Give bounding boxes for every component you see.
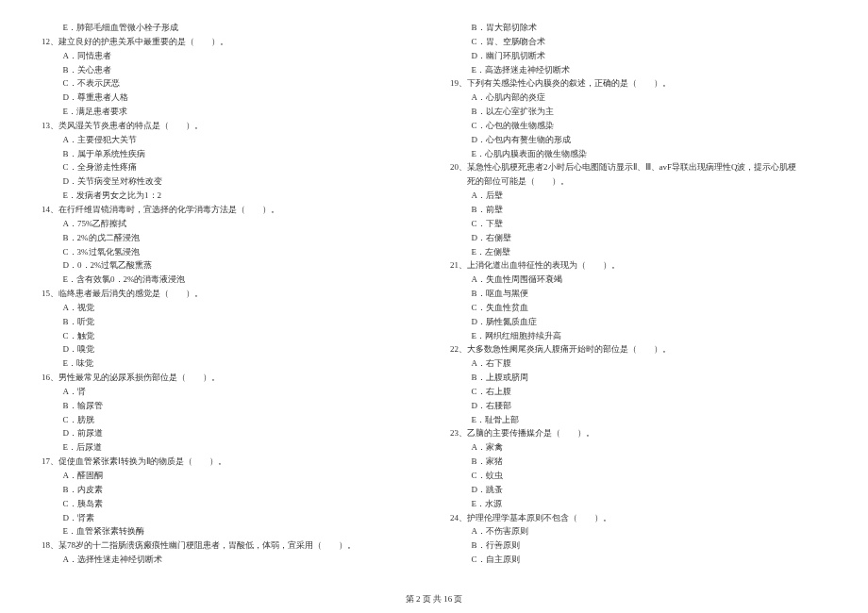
option-text: 尊重患者人格 bbox=[77, 92, 128, 102]
option-line: B．前壁 bbox=[450, 203, 826, 217]
option-line: E．满足患者要求 bbox=[42, 105, 418, 119]
option-text: 属于单系统性疾病 bbox=[77, 149, 145, 158]
option-text: 以左心室扩张为主 bbox=[486, 107, 554, 116]
question-line: 13、类风湿关节炎患者的特点是（ ）。 bbox=[42, 119, 418, 133]
option-text: 上腹或脐周 bbox=[486, 373, 528, 382]
option-line: A．75%乙醇擦拭 bbox=[42, 217, 418, 231]
option-label: B． bbox=[63, 401, 77, 410]
option-text: 自主原则 bbox=[486, 555, 520, 564]
question-number: 16、 bbox=[42, 373, 58, 382]
option-text: 选择性迷走神经切断术 bbox=[77, 555, 162, 564]
option-line: A．选择性迷走神经切断术 bbox=[42, 553, 418, 567]
option-text: 75%乙醇擦拭 bbox=[77, 219, 127, 228]
option-label: D． bbox=[63, 176, 78, 186]
option-line: C．全身游走性疼痛 bbox=[42, 160, 418, 174]
question-text: 促使血管紧张素Ⅰ转换为Ⅱ的物质是（ ）。 bbox=[58, 456, 226, 466]
option-text: 发病者男女之比为1：2 bbox=[76, 191, 161, 200]
option-label: C． bbox=[472, 219, 486, 228]
option-text: 肾素 bbox=[77, 513, 94, 522]
option-label: E． bbox=[63, 107, 77, 116]
option-label: A． bbox=[63, 387, 78, 396]
option-line: D．右腰部 bbox=[450, 399, 826, 413]
option-line: B．属于单系统性疾病 bbox=[42, 147, 418, 161]
option-text: 输尿管 bbox=[77, 401, 103, 410]
option-label: A． bbox=[63, 135, 78, 144]
option-label: C． bbox=[63, 415, 77, 424]
option-text: 网织红细胞持续升高 bbox=[485, 331, 561, 340]
question-line: 22、大多数急性阑尾炎病人腹痛开始时的部位是（ ）。 bbox=[450, 342, 826, 356]
option-text: 后壁 bbox=[486, 191, 503, 200]
option-text: 同情患者 bbox=[77, 51, 111, 60]
option-label: C． bbox=[472, 303, 486, 312]
option-label: B． bbox=[472, 456, 486, 466]
option-line: C．不表示厌恶 bbox=[42, 76, 418, 91]
option-label: C． bbox=[472, 387, 486, 396]
option-line: A．右下腹 bbox=[450, 356, 826, 371]
option-line: A．心肌内部的炎症 bbox=[450, 91, 826, 105]
option-label: D． bbox=[63, 428, 78, 438]
question-line: 15、临终患者最后消失的感觉是（ ）。 bbox=[42, 287, 418, 301]
option-text: 胃、空肠吻合术 bbox=[486, 37, 545, 46]
left-column: E．肺部毛细血管微小栓子形成12、建立良好的护患关系中最重要的是（ ）。A．同情… bbox=[42, 21, 418, 568]
option-line: B．关心患者 bbox=[42, 63, 418, 77]
option-text: 前尿道 bbox=[77, 428, 103, 438]
option-line: D．幽门环肌切断术 bbox=[450, 49, 826, 63]
question-text: 临终患者最后消失的感觉是（ ）。 bbox=[58, 289, 203, 298]
option-label: D． bbox=[63, 513, 78, 522]
option-line: C．触觉 bbox=[42, 329, 418, 343]
option-line: D．尊重患者人格 bbox=[42, 91, 418, 105]
question-line: 21、上消化道出血特征性的表现为（ ）。 bbox=[450, 258, 826, 273]
option-text: 蚊虫 bbox=[486, 471, 503, 480]
option-line: E．网织红细胞持续升高 bbox=[450, 329, 826, 343]
question-number: 17、 bbox=[42, 456, 58, 466]
option-text: 呕血与黑便 bbox=[486, 289, 528, 298]
option-label: E． bbox=[63, 23, 77, 32]
option-line: B．上腹或脐周 bbox=[450, 371, 826, 385]
option-label: A． bbox=[63, 555, 78, 564]
option-line: E．水源 bbox=[450, 497, 826, 511]
option-text: 心包内有赘生物的形成 bbox=[486, 135, 571, 144]
option-line: A．肾 bbox=[42, 385, 418, 399]
option-line: C．失血性贫血 bbox=[450, 301, 826, 315]
option-line: E．左侧壁 bbox=[450, 245, 826, 259]
option-text: 3%过氧化氢浸泡 bbox=[77, 247, 140, 257]
option-text: 膀胱 bbox=[77, 415, 94, 424]
option-text: 触觉 bbox=[77, 331, 94, 340]
option-label: A． bbox=[472, 274, 487, 284]
option-label: C． bbox=[472, 121, 486, 130]
option-line: E．高选择迷走神经切断术 bbox=[450, 63, 826, 77]
option-label: B． bbox=[472, 540, 486, 550]
option-text: 家猪 bbox=[486, 456, 503, 466]
question-number: 24、 bbox=[450, 513, 467, 522]
option-text: 满足患者要求 bbox=[76, 107, 127, 116]
option-text: 血管紧张素转换酶 bbox=[76, 526, 144, 536]
option-text: 胰岛素 bbox=[77, 499, 103, 508]
option-text: 心肌内部的炎症 bbox=[486, 92, 545, 102]
question-line: 12、建立良好的护患关系中最重要的是（ ）。 bbox=[42, 35, 418, 49]
option-line: B．呕血与黑便 bbox=[450, 287, 826, 301]
option-line: C．膀胱 bbox=[42, 413, 418, 427]
option-label: D． bbox=[63, 344, 78, 354]
option-text: 家禽 bbox=[486, 442, 503, 452]
option-line: D．右侧壁 bbox=[450, 231, 826, 245]
option-text: 嗅觉 bbox=[77, 344, 94, 354]
option-line: D．肠性氮质血症 bbox=[450, 315, 826, 329]
question-text: 某急性心肌梗死患者2小时后心电图随访显示Ⅱ、Ⅲ、avF导联出现病理性Q波，提示心… bbox=[467, 162, 797, 172]
question-number: 14、 bbox=[42, 205, 58, 214]
option-text: 主要侵犯大关节 bbox=[77, 135, 137, 144]
option-line: B．胃大部切除术 bbox=[450, 21, 826, 35]
option-text: 失血性周围循环衰竭 bbox=[486, 274, 562, 284]
option-label: A． bbox=[472, 526, 487, 536]
option-label: E． bbox=[63, 526, 77, 536]
question-text: 男性最常见的泌尿系损伤部位是（ ）。 bbox=[58, 373, 220, 382]
option-label: E． bbox=[63, 358, 77, 368]
question-line: 23、乙脑的主要传播媒介是（ ）。 bbox=[450, 426, 826, 440]
option-label: A． bbox=[63, 219, 78, 228]
option-line: E．心肌内膜表面的微生物感染 bbox=[450, 147, 826, 161]
option-text: 肾 bbox=[77, 387, 86, 396]
option-label: B． bbox=[63, 485, 77, 494]
option-line: A．同情患者 bbox=[42, 49, 418, 63]
option-text: 肠性氮质血症 bbox=[486, 317, 537, 326]
option-line: E．后尿道 bbox=[42, 440, 418, 455]
question-text: 上消化道出血特征性的表现为（ ）。 bbox=[467, 260, 620, 270]
